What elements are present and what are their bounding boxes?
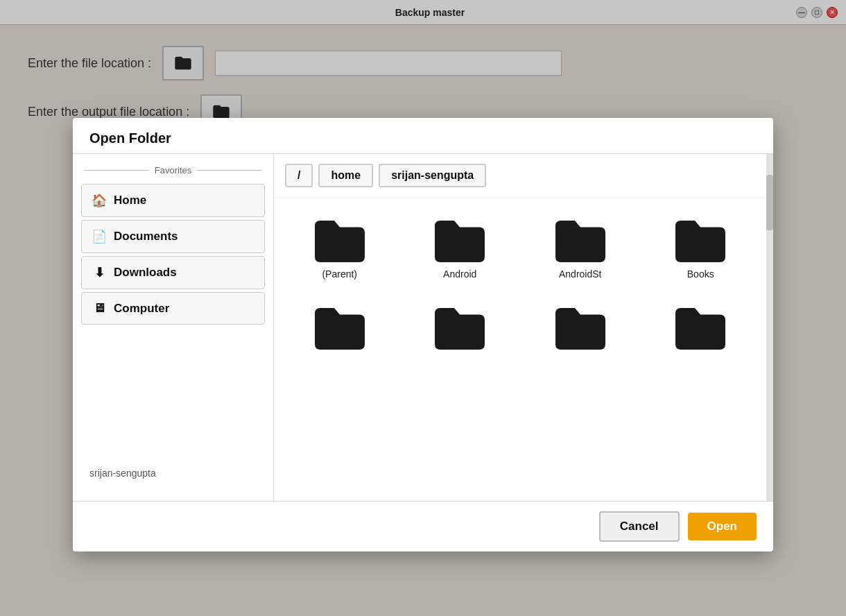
documents-icon: 📄: [92, 229, 107, 244]
breadcrumb-user[interactable]: srijan-sengupta: [379, 164, 486, 187]
file-grid: (Parent) Android AndroidSt: [285, 209, 755, 361]
dialog-content: Favorites 🏠 Home 📄 Documents ⬇ Downloads: [73, 154, 773, 501]
file-item-androidst-label: AndroidSt: [559, 268, 601, 280]
scrollbar-thumb[interactable]: [766, 175, 773, 230]
folder-icon-androidst: [553, 214, 608, 263]
current-user-label: srijan-sengupta: [89, 468, 156, 479]
breadcrumb-home[interactable]: home: [318, 164, 373, 187]
file-item-5[interactable]: [285, 296, 395, 361]
downloads-icon: ⬇: [92, 265, 107, 280]
sidebar-item-downloads[interactable]: ⬇ Downloads: [81, 256, 265, 289]
file-item-parent-label: (Parent): [322, 268, 357, 280]
dialog-header: Open Folder: [73, 118, 773, 154]
computer-icon: 🖥: [92, 301, 107, 316]
sidebar-item-documents[interactable]: 📄 Documents: [81, 220, 265, 253]
file-item-8[interactable]: [646, 296, 756, 361]
sidebar-item-computer-label: Computer: [114, 302, 169, 316]
folder-icon-8: [673, 302, 728, 350]
dialog-title: Open Folder: [89, 130, 171, 146]
file-item-6[interactable]: [406, 296, 515, 361]
file-item-7[interactable]: [526, 296, 635, 361]
file-item-android[interactable]: Android: [406, 209, 515, 285]
folder-icon-7: [553, 302, 608, 350]
open-folder-dialog: Open Folder Favorites 🏠 Home 📄 Documents: [73, 118, 773, 551]
cancel-button[interactable]: Cancel: [599, 511, 680, 542]
file-item-androidst[interactable]: AndroidSt: [526, 209, 635, 285]
dialog-footer: Cancel Open: [73, 501, 773, 551]
favorites-label: Favorites: [155, 165, 191, 176]
sidebar-footer: srijan-sengupta: [73, 456, 273, 490]
folder-icon-parent: [312, 214, 368, 263]
breadcrumb-root[interactable]: /: [285, 164, 313, 187]
sidebar-item-downloads-label: Downloads: [114, 266, 177, 280]
sidebar-items: 🏠 Home 📄 Documents ⬇ Downloads 🖥 Compute…: [73, 184, 273, 325]
sidebar-item-home-label: Home: [114, 194, 146, 207]
file-item-books-label: Books: [687, 268, 714, 280]
sidebar-item-home[interactable]: 🏠 Home: [81, 184, 265, 217]
folder-icon-5: [312, 302, 368, 350]
sidebar-item-computer[interactable]: 🖥 Computer: [81, 292, 265, 325]
scrollbar-track[interactable]: [766, 154, 773, 501]
favorites-divider: Favorites: [73, 165, 273, 176]
open-button[interactable]: Open: [688, 513, 757, 540]
file-item-books[interactable]: Books: [646, 209, 756, 285]
file-area: / home srijan-sengupta (Parent): [274, 154, 766, 501]
home-icon: 🏠: [92, 193, 107, 208]
favorites-line-left: [84, 170, 149, 171]
sidebar-item-documents-label: Documents: [114, 230, 178, 243]
favorites-line-right: [197, 170, 262, 171]
folder-icon-6: [432, 302, 487, 350]
breadcrumb: / home srijan-sengupta: [274, 154, 766, 198]
file-grid-wrapper: (Parent) Android AndroidSt: [274, 198, 766, 501]
file-item-parent[interactable]: (Parent): [285, 209, 395, 285]
folder-icon-books: [673, 214, 728, 263]
file-item-android-label: Android: [443, 268, 476, 280]
folder-icon-android: [432, 214, 487, 263]
sidebar: Favorites 🏠 Home 📄 Documents ⬇ Downloads: [73, 154, 274, 501]
